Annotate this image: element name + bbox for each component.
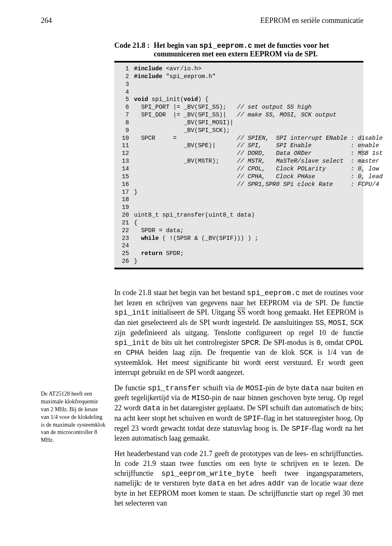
body-paragraph-2: De functie spi_transfer schuift via de M… <box>114 383 363 444</box>
code-line-number: 6 <box>114 103 134 111</box>
code-line-number: 7 <box>114 111 134 119</box>
code-line: 8 _BV(SPI_MOSI)| <box>114 119 363 127</box>
code-line-number: 24 <box>114 242 134 250</box>
code-line-text: #include "spi_eeprom.h" <box>134 73 363 81</box>
code-line-text: _BV(SPE)| // SPI, SPI Enable : enable <box>134 142 379 150</box>
code-line: 4 <box>114 88 363 96</box>
code-line-text: // CPHA, Clock PHAse : 0, lead <box>134 173 383 181</box>
code-line-number: 12 <box>114 150 134 157</box>
code-line-text <box>134 196 363 204</box>
code-line-number: 11 <box>114 142 134 150</box>
code-line: 19 <box>114 204 363 211</box>
code-line: 13 _BV(MSTR); // MSTR, MaSTeR/slave sele… <box>114 157 363 165</box>
code-line: 17} <box>114 188 363 196</box>
code-line: 26} <box>114 257 363 265</box>
code-line-number: 25 <box>114 250 134 257</box>
chapter-title: EEPROM en seriële communicatie <box>261 16 363 25</box>
code-line-number: 14 <box>114 165 134 173</box>
code-line-text: SPDR = data; <box>134 227 363 235</box>
code-line-text: } <box>134 188 363 196</box>
page-number: 264 <box>41 16 52 25</box>
code-line-text: // DORD, Data ORDer : MSB 1st <box>134 150 383 157</box>
code-line-number: 9 <box>114 127 134 134</box>
code-line: 12 // DORD, Data ORDer : MSB 1st <box>114 150 363 157</box>
code-line-text <box>134 88 363 96</box>
code-line: 7 SPI_DDR |= _BV(SPI_SS)| // make SS, MO… <box>114 111 363 119</box>
code-line: 18 <box>114 196 363 204</box>
code-line: 20uint8_t spi_transfer(uint8_t data) <box>114 211 363 219</box>
code-line-number: 10 <box>114 134 134 142</box>
code-line-number: 8 <box>114 119 134 127</box>
code-line-text: SPI_DDR |= _BV(SPI_SS)| // make SS, MOSI… <box>134 111 363 119</box>
page: 264 EEPROM en seriële communicatie Code … <box>0 0 392 546</box>
code-line-number: 13 <box>114 157 134 165</box>
code-line-number: 5 <box>114 96 134 103</box>
code-line-number: 19 <box>114 204 134 211</box>
code-line-text: } <box>134 257 363 265</box>
code-line: 25 return SPDR; <box>114 250 363 257</box>
body-columns: De AT25128 heeft een maximale klokfreque… <box>41 288 363 514</box>
code-line: 11 _BV(SPE)| // SPI, SPI Enable : enable <box>114 142 363 150</box>
code-line: 2#include "spi_eeprom.h" <box>114 73 363 81</box>
code-line-text: #include <avr/io.h> <box>134 65 363 73</box>
code-line-number: 17 <box>114 188 134 196</box>
code-listing: 1#include <avr/io.h>2#include "spi_eepro… <box>114 61 363 269</box>
code-line: 6 SPI_PORT |= _BV(SPI_SS); // set output… <box>114 103 363 111</box>
code-line-text: _BV(SPI_MOSI)| <box>134 119 363 127</box>
code-line-text: SPCR = // SPIEN, SPI interrupt ENable : … <box>134 134 383 142</box>
code-line-text: return SPDR; <box>134 250 363 257</box>
code-line: 1#include <avr/io.h> <box>114 65 363 73</box>
body-paragraph-1: In code 21.8 staat het begin van het bes… <box>114 288 363 378</box>
code-line-text: _BV(SPI_SCK); <box>134 127 363 134</box>
code-line-number: 21 <box>114 219 134 227</box>
code-line: 3 <box>114 81 363 88</box>
code-line: 21{ <box>114 219 363 227</box>
code-line-number: 15 <box>114 173 134 181</box>
code-line: 24 <box>114 242 363 250</box>
code-line-number: 2 <box>114 73 134 81</box>
code-line-number: 4 <box>114 88 134 96</box>
code-line-number: 20 <box>114 211 134 219</box>
code-line: 14 // CPOL, Clock POLarity : 0, low <box>114 165 363 173</box>
code-line-text: // SPR1,SPR0 SPi clock Rate : FCPU/4 <box>134 181 379 188</box>
running-head: 264 EEPROM en seriële communicatie <box>41 16 363 25</box>
code-line-text: uint8_t spi_transfer(uint8_t data) <box>134 211 363 219</box>
body-paragraph-3: Het headerbestand van code 21.7 geeft de… <box>114 449 363 508</box>
code-line-text <box>134 81 363 88</box>
code-line-number: 18 <box>114 196 134 204</box>
code-line: 16 // SPR1,SPR0 SPi clock Rate : FCPU/4 <box>114 181 363 188</box>
code-line-number: 3 <box>114 81 134 88</box>
code-line-number: 22 <box>114 227 134 235</box>
code-line: 15 // CPHA, Clock PHAse : 0, lead <box>114 173 363 181</box>
margin-column: De AT25128 heeft een maximale klokfreque… <box>41 288 114 514</box>
code-line-number: 23 <box>114 235 134 242</box>
code-line-text <box>134 204 363 211</box>
code-caption-label: Code 21.8 : <box>114 41 150 58</box>
code-line: 10 SPCR = // SPIEN, SPI interrupt ENable… <box>114 134 363 142</box>
code-line-text: void spi_init(void) { <box>134 96 363 103</box>
code-line-text: _BV(MSTR); // MSTR, MaSTeR/slave select … <box>134 157 379 165</box>
code-line-text: // CPOL, Clock POLarity : 0, low <box>134 165 379 173</box>
code-line-text: while ( !(SPSR & (_BV(SPIF))) ) ; <box>134 235 363 242</box>
margin-note: De AT25128 heeft een maximale klokfreque… <box>41 390 107 444</box>
code-caption: Code 21.8 : Het begin van spi_eeprom.c m… <box>114 41 363 58</box>
code-line-number: 26 <box>114 257 134 265</box>
code-line-number: 16 <box>114 181 134 188</box>
code-line: 5void spi_init(void) { <box>114 96 363 103</box>
code-caption-text: Het begin van spi_eeprom.c met de functi… <box>154 41 364 58</box>
main-column: In code 21.8 staat het begin van het bes… <box>114 288 363 514</box>
code-line-number: 1 <box>114 65 134 73</box>
code-line-text <box>134 242 363 250</box>
code-line: 9 _BV(SPI_SCK); <box>114 127 363 134</box>
code-line: 22 SPDR = data; <box>114 227 363 235</box>
code-line-text: SPI_PORT |= _BV(SPI_SS); // set output S… <box>134 103 363 111</box>
code-line: 23 while ( !(SPSR & (_BV(SPIF))) ) ; <box>114 235 363 242</box>
code-line-text: { <box>134 219 363 227</box>
